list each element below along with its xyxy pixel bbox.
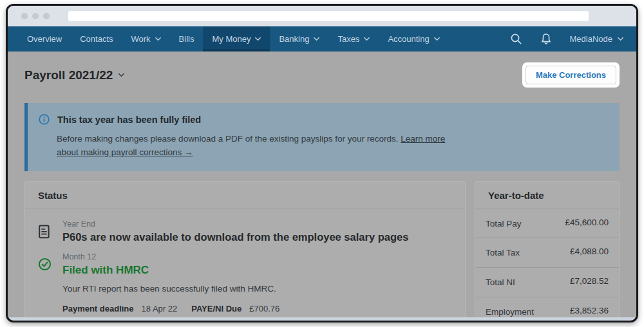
status-title: P60s are now available to download from … — [62, 231, 451, 243]
page-header: Payroll 2021/22 Make Corrections — [24, 51, 620, 94]
payment-summary: Payment deadline 18 Apr 22 PAYE/NI Due £… — [62, 304, 451, 313]
payroll-year-selector[interactable]: Payroll 2021/22 — [24, 68, 124, 82]
nav-item-banking[interactable]: Banking — [270, 26, 328, 51]
document-icon — [38, 220, 62, 241]
status-panel-header: Status — [25, 182, 465, 209]
check-circle-icon — [38, 252, 62, 274]
info-circle-icon — [39, 114, 50, 125]
page-title: Payroll 2021/22 — [24, 68, 113, 82]
chevron-down-icon — [314, 36, 319, 42]
nav-item-taxes[interactable]: Taxes — [328, 26, 379, 51]
account-menu[interactable]: MediaNode — [570, 34, 624, 44]
nav-item-label: Taxes — [337, 34, 359, 44]
window-controls[interactable] — [21, 13, 50, 19]
ytd-value: £7,028.52 — [570, 276, 609, 289]
address-bar[interactable] — [68, 11, 589, 21]
maximize-window-icon[interactable] — [43, 13, 50, 19]
make-corrections-button[interactable]: Make Corrections — [526, 66, 616, 84]
paye-ni-due-value: £700.76 — [249, 304, 279, 313]
status-item-month-12: Month 12 Filed with HMRC — [38, 252, 451, 277]
main-nav: Overview Contacts Work Bills My Money Ba… — [8, 26, 636, 51]
status-panel: Status Year End P60s are now available t… — [24, 181, 466, 317]
ytd-label: Total NI — [486, 276, 515, 289]
nav-item-label: Contacts — [80, 34, 113, 44]
ytd-row-total-tax: Total Tax £4,088.00 — [475, 238, 619, 268]
ytd-row-employment-allowance: Employment Allowance £3,852.36 — [475, 297, 619, 317]
year-to-date-panel: Year-to-date Total Pay £45,600.00 Total … — [475, 181, 620, 317]
payment-deadline-label: Payment deadline — [62, 304, 134, 313]
nav-item-overview[interactable]: Overview — [18, 26, 71, 51]
ytd-panel-header: Year-to-date — [475, 182, 619, 209]
nav-item-label: Overview — [27, 34, 62, 44]
page-content: Payroll 2021/22 Make Corrections This ta… — [8, 51, 636, 317]
chevron-down-icon — [364, 36, 370, 42]
minimize-window-icon[interactable] — [32, 13, 39, 19]
account-name: MediaNode — [570, 34, 613, 44]
nav-item-work[interactable]: Work — [122, 26, 170, 51]
nav-item-label: Accounting — [388, 34, 429, 44]
browser-window: Overview Contacts Work Bills My Money Ba… — [6, 4, 638, 322]
banner-text: Before making changes please download a … — [57, 134, 401, 144]
ytd-label: Total Tax — [486, 247, 520, 259]
status-item-year-end: Year End P60s are now available to downl… — [38, 220, 451, 243]
info-banner: This tax year has been fully filed Befor… — [24, 103, 620, 171]
banner-body: Before making changes please download a … — [57, 133, 448, 160]
status-kicker: Month 12 — [62, 252, 451, 261]
spotlight-highlight: Make Corrections — [522, 62, 620, 88]
ytd-row-total-pay: Total Pay £45,600.00 — [475, 209, 619, 239]
nav-item-label: Bills — [179, 34, 194, 44]
chevron-down-icon — [155, 36, 161, 42]
nav-item-label: Work — [131, 34, 151, 44]
nav-item-label: My Money — [212, 34, 251, 44]
ytd-value: £3,852.36 — [570, 306, 609, 317]
filed-status-title: Filed with HMRC — [62, 264, 451, 277]
nav-item-contacts[interactable]: Contacts — [71, 26, 122, 51]
ytd-value: £4,088.00 — [570, 247, 609, 259]
search-icon[interactable] — [510, 33, 522, 45]
ytd-value: £45,600.00 — [565, 218, 609, 230]
ytd-row-total-ni: Total NI £7,028.52 — [475, 268, 619, 297]
rti-note: Your RTI report has been successfully fi… — [62, 284, 451, 294]
ytd-label: Total Pay — [486, 218, 522, 230]
bell-icon[interactable] — [540, 33, 552, 45]
payment-deadline-value: 18 Apr 22 — [142, 304, 178, 313]
status-kicker: Year End — [62, 220, 451, 229]
paye-ni-due-label: PAYE/NI Due — [191, 304, 242, 313]
nav-item-my-money[interactable]: My Money — [203, 26, 270, 51]
chevron-down-icon — [618, 36, 623, 42]
chevron-down-icon — [434, 36, 440, 42]
nav-item-bills[interactable]: Bills — [170, 26, 204, 51]
banner-title: This tax year has been fully filed — [57, 115, 201, 125]
nav-item-accounting[interactable]: Accounting — [379, 26, 448, 51]
chevron-down-icon — [118, 72, 124, 78]
close-window-icon[interactable] — [21, 13, 28, 19]
ytd-label: Employment Allowance — [486, 306, 556, 317]
chevron-down-icon — [255, 36, 261, 42]
window-titlebar — [8, 6, 636, 26]
nav-item-label: Banking — [279, 34, 309, 44]
